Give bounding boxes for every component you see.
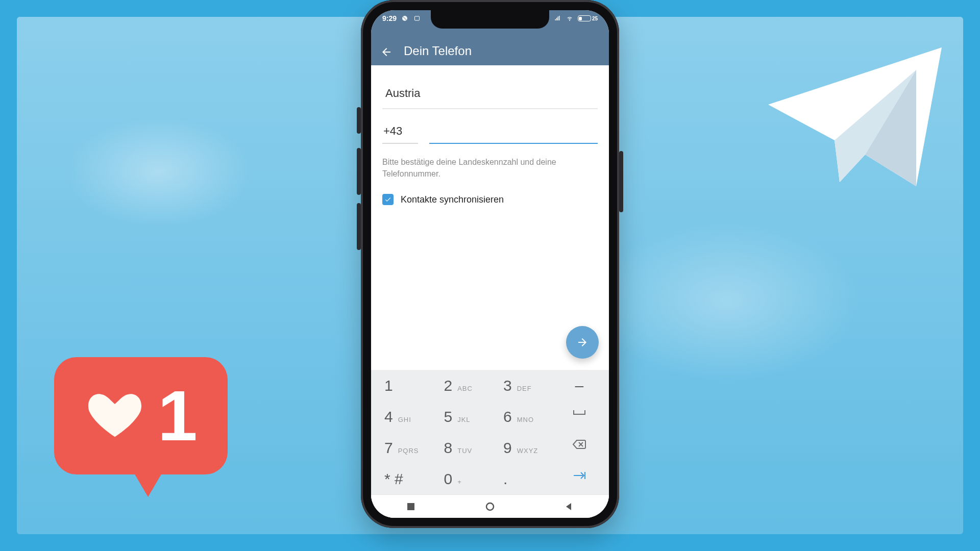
telegram-plane-icon (763, 38, 947, 191)
key-next[interactable] (550, 463, 609, 494)
phone-notch (431, 10, 549, 29)
helper-text: Bitte bestätige deine Landeskennzahl und… (382, 144, 566, 180)
canvas-background: 1 9:29 25 (0, 0, 980, 551)
key-dot[interactable]: . (490, 463, 550, 494)
like-count: 1 (158, 374, 198, 457)
backspace-icon (572, 439, 586, 449)
sync-contacts-label: Kontakte synchronisieren (401, 194, 504, 205)
phone-number-input[interactable] (429, 119, 598, 144)
key-3[interactable]: 3DEF (490, 370, 550, 401)
key-8[interactable]: 8TUV (431, 432, 491, 463)
do-not-disturb-icon (401, 15, 409, 21)
key-0[interactable]: 0+ (431, 463, 491, 494)
phone-side-button (357, 148, 361, 195)
key-dash[interactable]: – (550, 370, 609, 401)
dial-code-field[interactable]: +43 (382, 119, 418, 144)
nav-back-button[interactable] (564, 502, 574, 512)
key-6[interactable]: 6MNO (490, 401, 550, 432)
svg-rect-4 (407, 503, 414, 510)
status-time: 9:29 (382, 14, 397, 22)
arrow-left-icon (380, 46, 393, 58)
key-backspace[interactable] (550, 432, 609, 463)
phone-frame: 9:29 25 Dein Telefon (361, 0, 619, 528)
key-4[interactable]: 4GHI (371, 401, 431, 432)
content-area: Austria +43 Bitte bestätige deine Landes… (371, 65, 609, 518)
sync-contacts-checkbox[interactable] (382, 194, 394, 205)
key-7[interactable]: 7PQRS (371, 432, 431, 463)
phone-screen: 9:29 25 Dein Telefon (371, 10, 609, 518)
signal-icon (553, 15, 561, 21)
country-selector[interactable]: Austria (382, 78, 598, 109)
space-icon (572, 408, 586, 417)
continue-button[interactable] (566, 326, 599, 359)
phone-side-button (357, 203, 361, 250)
svg-rect-3 (415, 16, 420, 20)
phone-side-button (619, 151, 623, 212)
svg-point-5 (486, 503, 494, 510)
back-button[interactable] (380, 46, 393, 58)
android-nav-bar (371, 494, 609, 518)
nav-home-button[interactable] (485, 502, 495, 512)
key-space[interactable] (550, 401, 609, 432)
numeric-keypad: 1 2ABC 3DEF – 4GHI 5JKL 6MNO 7PQRS 8TUV … (371, 370, 609, 518)
page-title: Dein Telefon (404, 44, 472, 58)
calendar-icon (413, 15, 421, 21)
battery-indicator: 25 (578, 15, 598, 21)
svg-marker-6 (566, 503, 571, 510)
heart-icon (84, 388, 145, 444)
key-symbols[interactable]: * # (371, 463, 431, 494)
wifi-icon (566, 15, 574, 21)
battery-percent: 25 (592, 16, 598, 21)
nav-recent-button[interactable] (406, 502, 416, 512)
key-1[interactable]: 1 (371, 370, 431, 401)
phone-side-button (357, 107, 361, 134)
key-9[interactable]: 9WXYZ (490, 432, 550, 463)
key-2[interactable]: 2ABC (431, 370, 491, 401)
like-bubble: 1 (54, 357, 228, 500)
square-icon (406, 502, 416, 512)
check-icon (384, 196, 391, 203)
circle-icon (485, 502, 495, 512)
key-5[interactable]: 5JKL (431, 401, 491, 432)
like-bubble-tail (131, 467, 165, 497)
arrow-right-icon (576, 336, 589, 348)
triangle-left-icon (564, 502, 574, 512)
tab-next-icon (572, 470, 586, 481)
